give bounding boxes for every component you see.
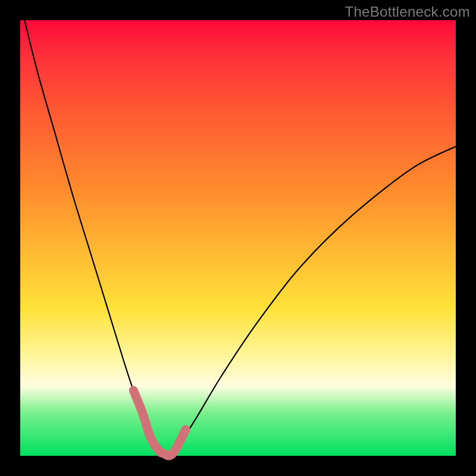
- bottleneck-curve: [24, 20, 456, 456]
- optimal-range-highlight: [133, 390, 186, 456]
- chart-svg: [20, 20, 456, 456]
- watermark-text: TheBottleneck.com: [345, 4, 470, 20]
- chart-area: [20, 20, 456, 456]
